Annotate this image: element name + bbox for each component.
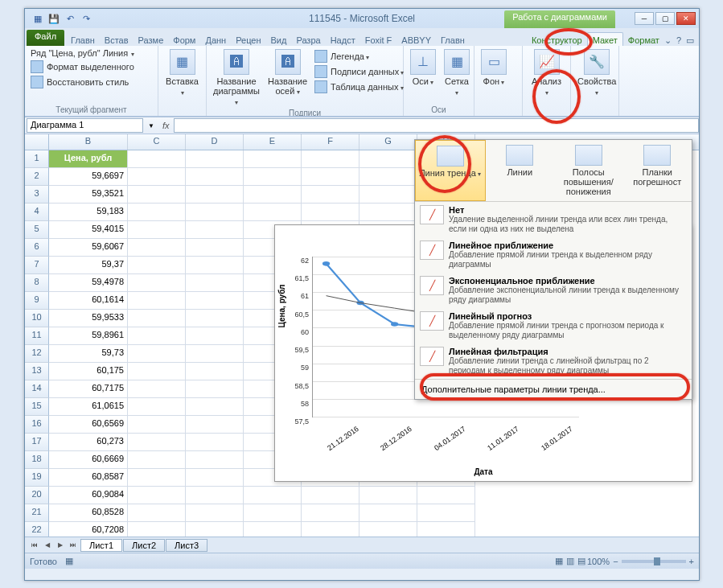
column-header[interactable]: E [244,134,302,150]
cell[interactable] [186,168,244,186]
cell[interactable] [186,416,244,434]
ribbon-tab[interactable]: Разме [134,33,169,46]
view-layout-icon[interactable]: ▥ [566,556,574,566]
column-header[interactable]: G [359,134,417,150]
cell[interactable]: 59,4015 [49,221,128,239]
data-table-button[interactable]: Таблица данных [312,80,406,94]
zoom-in-icon[interactable]: + [689,557,694,566]
cell[interactable] [244,204,302,221]
minimize-ribbon-icon[interactable]: ⌄ [664,35,672,46]
cell[interactable] [186,150,244,168]
close-button[interactable]: ✕ [676,12,696,25]
cell[interactable] [244,186,302,204]
trendline-option[interactable]: ╱Экспоненциальное приближениеДобавление … [415,273,692,308]
cell[interactable] [302,186,359,204]
cell[interactable] [359,487,417,504]
cell[interactable] [186,469,244,487]
cell[interactable] [128,434,186,451]
cell[interactable] [128,522,186,537]
cell[interactable]: Цена, рубл [49,150,128,168]
cell[interactable] [417,487,475,504]
cell[interactable]: 59,3521 [49,186,128,204]
ribbon-tab[interactable]: Разра [291,33,325,46]
ribbon-tab[interactable]: Foxit F [360,33,397,46]
cell[interactable] [186,310,244,327]
cell[interactable] [128,310,186,327]
row-header[interactable]: 10 [25,310,49,327]
row-header[interactable]: 3 [25,186,49,204]
row-header[interactable]: 21 [25,504,49,522]
cell[interactable] [417,522,475,537]
cell[interactable] [186,380,244,398]
cell[interactable] [186,257,244,274]
cell[interactable] [186,186,244,204]
ribbon-tab[interactable]: Главн [66,33,100,46]
cell[interactable]: 60,175 [49,363,128,380]
column-header[interactable]: C [128,134,186,150]
help-icon[interactable]: ? [676,35,681,46]
cell[interactable] [244,504,302,522]
sheet-tab[interactable]: Лист3 [166,539,207,552]
cell[interactable] [244,522,302,537]
cell[interactable] [359,504,417,522]
cell[interactable] [128,487,186,504]
ribbon-tab[interactable]: Форм [168,33,200,46]
cell[interactable] [417,504,475,522]
insert-button[interactable]: ▦Вставка [162,47,203,99]
zoom-out-icon[interactable]: − [613,557,618,566]
column-header[interactable]: B [49,134,128,150]
maximize-button[interactable]: ▢ [655,12,675,25]
name-box[interactable]: Диаграмма 1 [27,118,143,133]
analysis-tool-button[interactable]: Планки погрешност [623,140,692,201]
context-ribbon-tab[interactable]: Формат [623,33,664,46]
cell[interactable] [302,522,359,537]
chart-x-axis-label[interactable]: Дата [474,467,492,476]
cell[interactable] [128,221,186,239]
cell[interactable]: 60,273 [49,434,128,451]
formula-input[interactable] [174,118,699,133]
cell[interactable] [128,150,186,168]
row-header[interactable]: 16 [25,416,49,434]
chart-element-selector[interactable]: Ряд "Цена, рубл" Линия [28,47,154,59]
cell[interactable] [186,522,244,537]
chart-y-axis-label[interactable]: Цена, рубл [277,285,286,328]
context-ribbon-tab[interactable]: Макет [587,32,623,46]
cell[interactable] [186,487,244,504]
row-header[interactable]: 7 [25,257,49,274]
cell[interactable] [128,257,186,274]
row-header[interactable]: 18 [25,451,49,469]
cell[interactable]: 60,6569 [49,416,128,434]
cell[interactable]: 59,4978 [49,274,128,292]
view-pagebreak-icon[interactable]: ▤ [577,556,585,566]
fx-icon[interactable]: fx [158,121,175,130]
sheet-nav-last-icon[interactable]: ⏭ [67,539,80,552]
cell[interactable] [186,434,244,451]
cell[interactable] [128,504,186,522]
row-header[interactable]: 20 [25,487,49,504]
cell[interactable]: 59,37 [49,257,128,274]
file-tab[interactable]: Файл [27,30,64,46]
legend-button[interactable]: Легенда [312,49,406,64]
cell[interactable] [186,292,244,310]
row-header[interactable]: 17 [25,434,49,451]
cell[interactable] [128,204,186,221]
analysis-tool-button[interactable]: Линии [486,140,555,201]
ribbon-tab[interactable]: Главн [436,33,470,46]
row-header[interactable]: 15 [25,398,49,416]
undo-icon[interactable]: ↶ [64,12,76,25]
cell[interactable]: 60,7175 [49,380,128,398]
row-header[interactable]: 14 [25,380,49,398]
zoom-level[interactable]: 100% [587,557,610,566]
row-header[interactable]: 4 [25,204,49,221]
axes-button[interactable]: ⊥Оси [407,47,439,88]
cell[interactable] [128,398,186,416]
cell[interactable] [128,380,186,398]
cell[interactable] [128,345,186,363]
properties-button[interactable]: 🔧Свойства [574,47,619,99]
namebox-dropdown-icon[interactable]: ▼ [145,122,158,130]
row-header[interactable]: 1 [25,150,49,168]
zoom-slider[interactable] [622,560,686,563]
sheet-nav-next-icon[interactable]: ▶ [54,539,67,552]
cell[interactable] [186,221,244,239]
cell[interactable]: 60,1614 [49,292,128,310]
